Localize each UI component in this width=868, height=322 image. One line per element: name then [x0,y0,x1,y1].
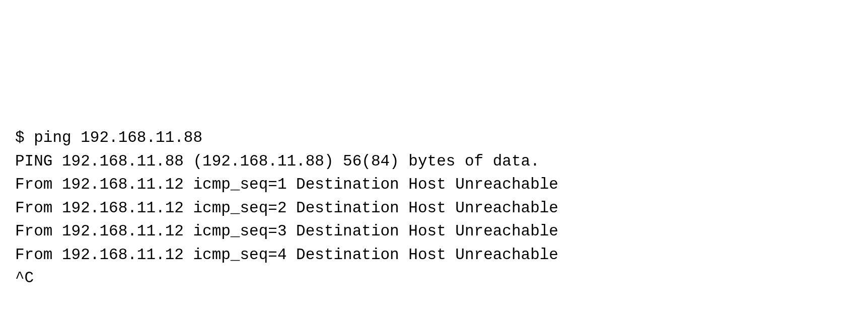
ping-header-line: PING 192.168.11.88 (192.168.11.88) 56(84… [15,150,853,174]
command-line: $ ping 192.168.11.88 [15,126,853,150]
interrupt-line: ^C [15,267,853,290]
ping-response-line: From 192.168.11.12 icmp_seq=3 Destinatio… [15,220,853,244]
ping-command: ping 192.168.11.88 [34,129,202,146]
ping-response-line: From 192.168.11.12 icmp_seq=2 Destinatio… [15,197,853,220]
terminal-output: $ ping 192.168.11.88PING 192.168.11.88 (… [15,126,853,290]
shell-prompt: $ [15,129,34,146]
ping-response-line: From 192.168.11.12 icmp_seq=1 Destinatio… [15,173,853,197]
ping-response-line: From 192.168.11.12 icmp_seq=4 Destinatio… [15,244,853,267]
